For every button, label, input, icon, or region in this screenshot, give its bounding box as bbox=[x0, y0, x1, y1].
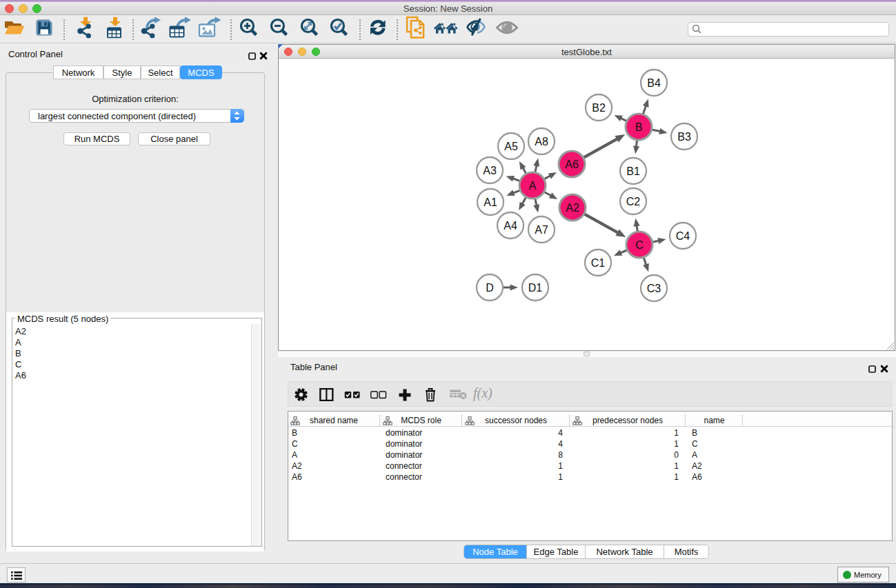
svg-text:D1: D1 bbox=[528, 282, 543, 294]
svg-text:A2: A2 bbox=[566, 202, 579, 214]
svg-text:A6: A6 bbox=[565, 159, 579, 170]
svg-text:A: A bbox=[529, 180, 537, 192]
svg-text:A3: A3 bbox=[483, 165, 497, 176]
svg-text:A8: A8 bbox=[535, 136, 548, 148]
svg-text:B4: B4 bbox=[647, 77, 661, 89]
svg-text:A4: A4 bbox=[504, 220, 517, 232]
svg-text:C3: C3 bbox=[647, 283, 661, 294]
svg-text:B3: B3 bbox=[677, 131, 691, 143]
svg-text:A7: A7 bbox=[535, 224, 548, 236]
svg-text:C1: C1 bbox=[591, 257, 606, 269]
svg-text:A5: A5 bbox=[504, 141, 518, 152]
svg-text:A1: A1 bbox=[484, 196, 497, 208]
svg-text:D: D bbox=[486, 282, 494, 294]
svg-text:B: B bbox=[635, 121, 643, 133]
svg-text:C2: C2 bbox=[626, 196, 641, 207]
svg-text:C4: C4 bbox=[676, 230, 690, 242]
svg-text:C: C bbox=[635, 239, 644, 251]
svg-text:B2: B2 bbox=[592, 102, 606, 114]
svg-text:B1: B1 bbox=[626, 165, 640, 177]
